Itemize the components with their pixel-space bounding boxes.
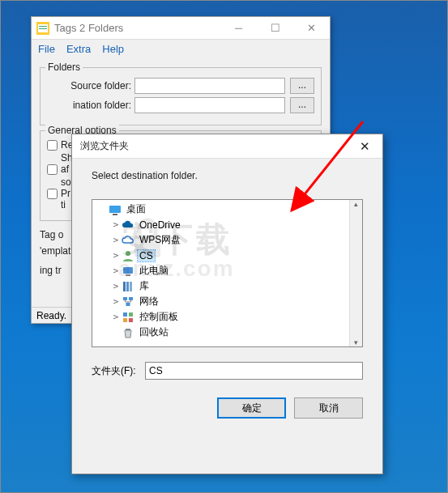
svg-rect-11 [130,282,132,291]
tree-twisty[interactable]: > [110,266,122,276]
svg-point-6 [126,251,130,256]
folder-field[interactable] [145,362,363,380]
tree-item-label: 回收站 [138,325,170,339]
svg-rect-15 [123,312,127,317]
source-browse-button[interactable]: ... [290,78,314,94]
tree-item[interactable]: 桌面 [94,202,349,217]
menu-extra[interactable]: Extra [66,43,91,55]
tree-item[interactable]: >控制面板 [94,309,349,325]
folders-legend: Folders [45,62,83,73]
titlebar[interactable]: Tags 2 Folders ─ ☐ ✕ [32,17,330,40]
tree-item-label: CS [138,250,155,261]
svg-rect-3 [39,28,47,29]
dialog-close-button[interactable]: ✕ [352,134,378,159]
svg-rect-19 [126,329,130,330]
svg-rect-5 [113,214,117,215]
tree-twisty[interactable]: > [110,281,122,291]
source-label: Source folder: [47,80,134,91]
svg-rect-18 [129,318,133,322]
desktop-icon [109,203,122,216]
dest-input[interactable] [134,97,285,113]
svg-rect-14 [126,303,130,306]
window-title: Tags 2 Folders [54,22,220,34]
svg-rect-9 [123,282,126,291]
recycle-icon [122,326,134,339]
menubar: File Extra Help [32,40,330,57]
ok-button[interactable]: 确定 [217,397,286,419]
maximize-button[interactable]: ☐ [257,17,293,40]
tree-item-label: 此电脑 [138,264,170,278]
tree-item[interactable]: >OneDrive [94,217,349,232]
menu-file[interactable]: File [38,43,55,55]
svg-rect-8 [126,274,130,276]
tree-twisty[interactable]: > [110,312,122,322]
minimize-button[interactable]: ─ [220,17,257,40]
tree-item[interactable]: >此电脑 [94,263,349,278]
tree-twisty[interactable]: > [110,250,122,261]
tree-twisty[interactable]: > [110,296,122,307]
dialog-title: 浏览文件夹 [80,139,352,153]
tree-item[interactable]: >CS [94,248,349,263]
menu-help[interactable]: Help [102,43,124,55]
browse-folder-dialog: 浏览文件夹 ✕ Select destination folder. 桌面>On… [71,134,383,474]
svg-rect-12 [123,297,127,300]
folders-group: Folders Source folder: ... ination folde… [40,67,322,125]
tree-scrollbar[interactable] [349,200,362,346]
tree-item-label: 库 [138,279,151,293]
cloud-blue-icon [122,219,134,232]
tree-item-label: 控制面板 [138,310,180,324]
svg-rect-16 [129,312,133,317]
svg-rect-4 [109,206,121,213]
folder-field-label: 文件夹(F): [92,364,145,378]
lib-icon [122,280,134,293]
cloud-outline-icon [122,234,134,247]
tree-item[interactable]: >库 [94,278,349,294]
pc-icon [122,265,134,278]
panel-icon [122,311,134,324]
svg-rect-2 [39,26,47,27]
source-input[interactable] [134,78,285,94]
dest-label: ination folder: [47,100,134,111]
tree-item[interactable]: >网络 [94,294,349,309]
dialog-message: Select destination folder. [92,170,363,181]
dialog-titlebar[interactable]: 浏览文件夹 ✕ [72,134,382,159]
folder-tree[interactable]: 桌面>OneDrive>WPS网盘>CS>此电脑>库>网络>控制面板回收站 [92,199,363,347]
svg-rect-7 [123,267,133,274]
svg-rect-13 [129,297,133,300]
tree-item[interactable]: 回收站 [94,325,349,340]
network-icon [122,295,134,308]
tree-twisty[interactable]: > [110,219,122,230]
tree-item-label: WPS网盘 [138,233,182,247]
tree-item-label: 桌面 [125,202,147,216]
svg-rect-10 [126,282,129,291]
dest-browse-button[interactable]: ... [290,97,314,113]
tree-item-label: 网络 [138,295,160,308]
tree-item[interactable]: >WPS网盘 [94,232,349,248]
tree-item-label: OneDrive [138,219,182,231]
close-button[interactable]: ✕ [293,17,330,40]
cancel-button[interactable]: 取消 [294,397,363,419]
tree-twisty[interactable]: > [110,235,122,245]
svg-rect-17 [123,318,127,322]
user-icon [122,249,134,262]
app-icon [36,22,49,35]
